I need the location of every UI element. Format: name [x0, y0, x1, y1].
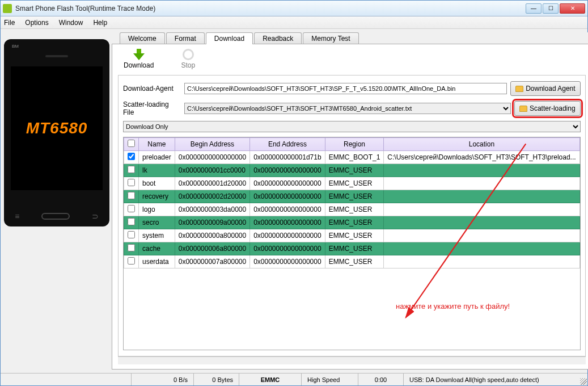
- phone-menu-icon: ≡: [15, 212, 19, 221]
- cell-begin: 0x0000000001cc0000: [175, 164, 249, 177]
- main-panel: Welcome Format Download Readback Memory …: [112, 32, 588, 370]
- status-time: 0:00: [358, 374, 403, 385]
- folder-icon: [519, 106, 527, 112]
- stop-icon: [183, 49, 194, 60]
- table-row[interactable]: preloader 0x0000000000000000 0x000000000…: [124, 151, 580, 164]
- cell-end: 0x0000000000000000: [250, 177, 325, 190]
- cell-end: 0x000000000001d71b: [250, 151, 325, 164]
- tab-welcome[interactable]: Welcome: [120, 32, 165, 44]
- tab-strip: Welcome Format Download Readback Memory …: [120, 32, 588, 44]
- close-button[interactable]: ✕: [560, 3, 585, 14]
- window-title: Smart Phone Flash Tool(Runtime Trace Mod…: [15, 5, 524, 12]
- cell-name: secro: [139, 216, 175, 229]
- statusbar: 0 B/s 0 Bytes EMMC High Speed 0:00 USB: …: [1, 373, 587, 385]
- download-arrow-icon: [133, 49, 145, 60]
- row-checkbox[interactable]: [128, 153, 135, 160]
- partition-table[interactable]: Name Begin Address End Address Region Lo…: [123, 137, 581, 350]
- download-action-button[interactable]: Download: [124, 49, 154, 69]
- cell-begin: 0x0000000003da0000: [175, 203, 249, 216]
- cell-begin: 0x000000007a800000: [175, 255, 249, 268]
- phone-speaker: [45, 55, 68, 57]
- device-preview-panel: BM MT6580 ≡ ⊃: [4, 32, 109, 370]
- select-all-checkbox[interactable]: [128, 140, 135, 147]
- maximize-button[interactable]: ☐: [543, 3, 559, 14]
- table-row[interactable]: boot 0x0000000001d20000 0x00000000000000…: [124, 177, 580, 190]
- cell-name: boot: [139, 177, 175, 190]
- stop-action-button[interactable]: Stop: [181, 49, 195, 69]
- table-row[interactable]: cache 0x000000006a800000 0x0000000000000…: [124, 242, 580, 255]
- cell-name: logo: [139, 203, 175, 216]
- download-agent-button[interactable]: Download Agent: [510, 81, 580, 96]
- status-mode: High Speed: [301, 374, 358, 385]
- action-toolbar: Download Stop: [118, 49, 586, 73]
- tab-memorytest[interactable]: Memory Test: [303, 32, 358, 44]
- table-row[interactable]: system 0x000000000a800000 0x000000000000…: [124, 229, 580, 242]
- row-checkbox[interactable]: [128, 218, 135, 225]
- minimize-button[interactable]: —: [526, 3, 542, 14]
- cell-end: 0x0000000000000000: [250, 203, 325, 216]
- cell-end: 0x0000000000000000: [250, 255, 325, 268]
- menu-file[interactable]: File: [4, 19, 15, 27]
- row-checkbox[interactable]: [128, 205, 135, 212]
- cell-end: 0x0000000000000000: [250, 229, 325, 242]
- row-checkbox[interactable]: [128, 166, 135, 173]
- phone-frame: BM MT6580 ≡ ⊃: [4, 39, 109, 226]
- progress-bar-area: [118, 356, 586, 364]
- cell-location: [384, 242, 579, 255]
- download-mode-select[interactable]: Download Only: [123, 121, 581, 132]
- scatter-loading-button[interactable]: Scatter-loading: [514, 101, 581, 116]
- menu-window[interactable]: Window: [59, 19, 83, 27]
- menu-help[interactable]: Help: [93, 19, 107, 27]
- tab-readback[interactable]: Readback: [254, 32, 302, 44]
- cell-location: C:\Users\сергей\Downloads\SOFT_HT3\SOFT_…: [384, 151, 579, 164]
- cell-location: [384, 216, 579, 229]
- cell-name: recovery: [139, 190, 175, 203]
- da-button-label: Download Agent: [526, 85, 575, 93]
- row-checkbox[interactable]: [128, 192, 135, 199]
- cell-location: [384, 190, 579, 203]
- titlebar[interactable]: Smart Phone Flash Tool(Runtime Trace Mod…: [1, 1, 587, 16]
- cell-name: system: [139, 229, 175, 242]
- cell-location: [384, 229, 579, 242]
- col-location[interactable]: Location: [384, 138, 579, 151]
- download-tab-body: Download Stop Download-Agent Download Ag…: [112, 44, 588, 370]
- cell-begin: 0x0000000001d20000: [175, 177, 249, 190]
- resize-grip-icon[interactable]: [580, 378, 587, 385]
- folder-icon: [515, 86, 523, 92]
- scatter-path-select[interactable]: C:\Users\сергей\Downloads\SOFT_HT3\SOFT_…: [184, 103, 511, 114]
- cell-begin: 0x000000006a800000: [175, 242, 249, 255]
- table-row[interactable]: userdata 0x000000007a800000 0x0000000000…: [124, 255, 580, 268]
- table-row[interactable]: lk 0x0000000001cc0000 0x0000000000000000…: [124, 164, 580, 177]
- table-row[interactable]: logo 0x0000000003da0000 0x00000000000000…: [124, 203, 580, 216]
- table-row[interactable]: secro 0x0000000009a00000 0x0000000000000…: [124, 216, 580, 229]
- col-begin[interactable]: Begin Address: [175, 138, 249, 151]
- row-checkbox[interactable]: [128, 244, 135, 251]
- row-checkbox[interactable]: [128, 257, 135, 265]
- cell-region: EMMC_USER: [325, 216, 384, 229]
- download-action-label: Download: [124, 61, 154, 69]
- row-checkbox[interactable]: [128, 231, 135, 238]
- tab-format[interactable]: Format: [166, 32, 205, 44]
- cell-name: cache: [139, 242, 175, 255]
- menu-options[interactable]: Options: [25, 19, 48, 27]
- status-bytes: 0 Bytes: [193, 374, 239, 385]
- tab-download[interactable]: Download: [206, 32, 253, 44]
- phone-model: MT6580: [26, 119, 88, 137]
- da-path-input[interactable]: [184, 83, 507, 94]
- phone-brand: BM: [12, 44, 19, 49]
- table-row[interactable]: recovery 0x0000000002d20000 0x0000000000…: [124, 190, 580, 203]
- row-checkbox[interactable]: [128, 179, 135, 186]
- cell-region: EMMC_USER: [325, 177, 384, 190]
- annotation-text: нажмите и укажите путь к файлу!: [396, 302, 510, 311]
- cell-end: 0x0000000000000000: [250, 216, 325, 229]
- cell-region: EMMC_USER: [325, 229, 384, 242]
- phone-nav-buttons: ≡ ⊃: [4, 212, 109, 221]
- cell-name: userdata: [139, 255, 175, 268]
- col-name[interactable]: Name: [139, 138, 175, 151]
- cell-location: [384, 177, 579, 190]
- cell-name: lk: [139, 164, 175, 177]
- cell-end: 0x0000000000000000: [250, 242, 325, 255]
- col-region[interactable]: Region: [325, 138, 384, 151]
- col-end[interactable]: End Address: [250, 138, 325, 151]
- cell-begin: 0x0000000009a00000: [175, 216, 249, 229]
